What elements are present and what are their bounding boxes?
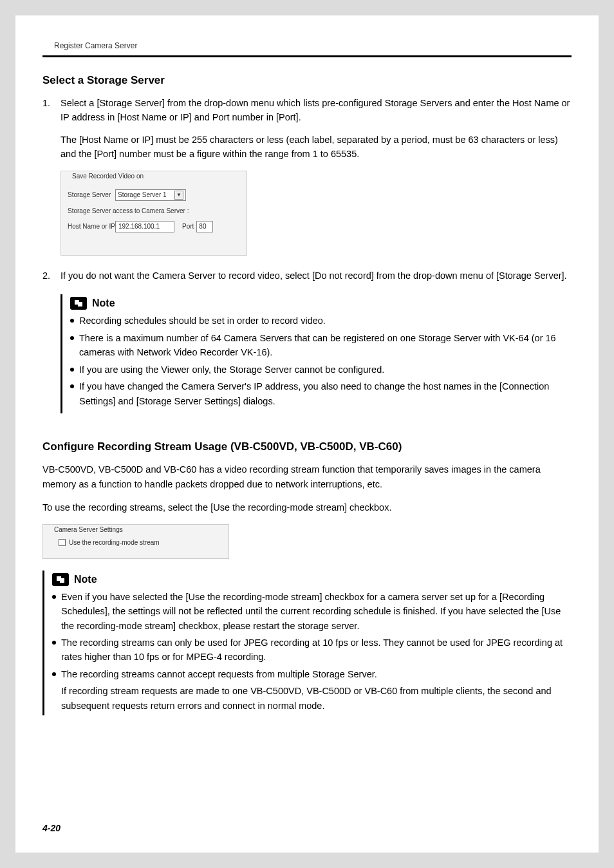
fieldset-legend: Save Recorded Video on — [70, 173, 145, 180]
note-icon — [70, 297, 87, 310]
host-input[interactable]: 192.168.100.1 — [115, 221, 174, 232]
t: Even if you have selected the [ — [61, 592, 189, 602]
t: To use the recording streams, select the… — [42, 502, 213, 513]
note-bullet: Even if you have selected the [Use the r… — [52, 590, 572, 633]
note-bullet: The recording streams cannot accept requ… — [52, 667, 572, 681]
host-label: Host Name or IP — [68, 223, 115, 230]
step-number: 2. — [42, 269, 60, 283]
access-text: Storage Server access to Camera Server : — [68, 207, 240, 214]
note-bullet: Recording schedules should be set in ord… — [70, 314, 572, 328]
port-input[interactable]: 80 — [196, 221, 213, 232]
note-bullet: If you are using the Viewer only, the St… — [70, 363, 572, 377]
note-title: Note — [92, 297, 115, 309]
t: ] checkbox. — [344, 502, 391, 513]
step-2: 2. If you do not want the Camera Server … — [42, 269, 572, 283]
recording-mode-checkbox[interactable] — [59, 539, 66, 546]
dropdown-value: Storage Server 1 — [118, 191, 167, 198]
t: If you have changed the Camera Server's … — [79, 381, 502, 392]
t: Use the recording-mode stream — [189, 592, 320, 602]
checkbox-label: Use the recording-mode stream — [69, 539, 160, 546]
note-icon — [52, 573, 69, 586]
t: Host Name or IP — [82, 135, 151, 145]
note-block-1: Note Recording schedules should be set i… — [60, 294, 572, 413]
t: Use the recording-mode stream — [213, 502, 344, 513]
section2-title: Configure Recording Stream Usage (VB-C50… — [42, 440, 572, 453]
t: ] and [ — [113, 396, 138, 406]
storage-server-label: Storage Server — [68, 191, 115, 198]
header-rule — [42, 55, 572, 57]
note-bullet: There is a maximum number of 64 Camera S… — [70, 331, 572, 360]
t: ] number must be a figure within the ran… — [114, 149, 359, 159]
fieldset-legend: Camera Server Settings — [52, 526, 125, 533]
port-label: Port — [182, 223, 194, 230]
note-bullet: If you have changed the Camera Server's … — [70, 379, 572, 408]
page-container: Register Camera Server Select a Storage … — [15, 15, 599, 853]
page-number: 4-20 — [42, 823, 60, 833]
step1-text: Select a [Storage Server] from the drop-… — [60, 98, 570, 122]
note-block-2: Note Even if you have selected the [Use … — [42, 571, 572, 716]
figure-save-recorded-video: Save Recorded Video on Storage Server St… — [60, 171, 247, 256]
section1-title: Select a Storage Server — [42, 74, 572, 87]
figure-camera-server-settings: Camera Server Settings Use the recording… — [42, 524, 229, 559]
note-bullet: The recording streams can only be used f… — [52, 636, 572, 665]
t: ], the settings will not be reflected un… — [105, 606, 544, 616]
step2-text: If you do not want the Camera Server to … — [60, 269, 572, 283]
chevron-down-icon: ▼ — [174, 191, 183, 200]
step-1: 1. Select a [Storage Server] from the dr… — [42, 96, 572, 162]
t: Port — [97, 149, 114, 159]
step-content: Select a [Storage Server] from the drop-… — [60, 96, 572, 162]
section2-para1: VB-C500VD, VB-C500D and VB-C60 has a vid… — [42, 462, 572, 491]
header-breadcrumb: Register Camera Server — [42, 41, 572, 50]
storage-server-dropdown[interactable]: Storage Server 1 ▼ — [115, 189, 186, 201]
note2-list: Even if you have selected the [Use the r… — [52, 590, 572, 682]
t: Storage Server Settings — [139, 396, 238, 406]
t: ] checkbox, please restart the storage s… — [173, 621, 359, 631]
t: The [ — [60, 135, 82, 145]
section2-para2: To use the recording streams, select the… — [42, 500, 572, 514]
note1-list: Recording schedules should be set in ord… — [70, 314, 572, 408]
note-sub-line: If recording stream requests are made to… — [52, 684, 572, 713]
t: ] checkbox for a camera server set up fo… — [319, 592, 502, 602]
t: ] dialogs. — [238, 396, 275, 406]
note-title: Note — [74, 574, 97, 585]
t: The recording streams cannot accept requ… — [61, 669, 377, 679]
step-number: 1. — [42, 96, 60, 162]
